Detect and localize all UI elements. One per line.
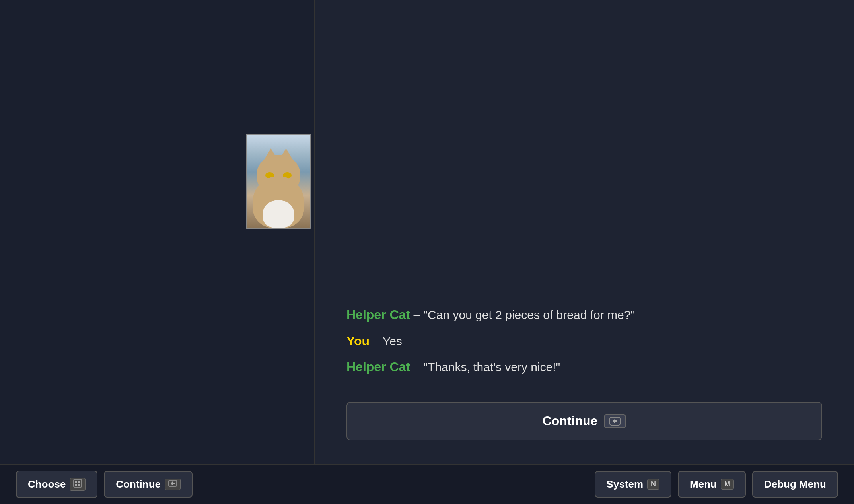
right-panel: Helper Cat – "Can you get 2 pieces of br… xyxy=(314,0,854,464)
dialog-text-1: "Can you get 2 pieces of bread for me?" xyxy=(423,308,635,321)
choose-button[interactable]: Choose xyxy=(16,471,97,498)
dialog-line-3: Helper Cat – "Thanks, that's very nice!" xyxy=(346,356,822,379)
dialog-dash-1: – xyxy=(413,308,423,321)
menu-key-badge: M xyxy=(721,479,734,490)
continue-bottom-label: Continue xyxy=(116,478,161,490)
choose-key-badge xyxy=(70,478,86,491)
dialog-dash-2: – xyxy=(373,335,382,348)
svg-rect-3 xyxy=(78,481,80,483)
svg-rect-5 xyxy=(78,484,80,486)
system-button[interactable]: System N xyxy=(595,471,672,498)
cat-chest xyxy=(263,200,294,228)
continue-button[interactable]: Continue xyxy=(346,402,822,440)
choose-label: Choose xyxy=(28,478,66,490)
dialog-line-1: Helper Cat – "Can you get 2 pieces of br… xyxy=(346,304,822,327)
continue-bottom-key-badge xyxy=(165,479,181,490)
bottom-right-controls: System N Menu M Debug Menu xyxy=(595,471,838,498)
continue-key-badge xyxy=(604,414,626,428)
menu-button[interactable]: Menu M xyxy=(678,471,746,498)
speaker-helper-cat-1: Helper Cat xyxy=(346,307,410,322)
continue-label: Continue xyxy=(543,414,598,428)
speaker-helper-cat-2: Helper Cat xyxy=(346,360,410,374)
system-key-badge: N xyxy=(647,479,659,490)
continue-bottom-button[interactable]: Continue xyxy=(104,471,193,498)
debug-menu-label: Debug Menu xyxy=(764,478,826,490)
svg-rect-1 xyxy=(74,479,82,487)
speaker-you: You xyxy=(346,334,370,348)
menu-label: Menu xyxy=(690,478,717,490)
dialog-area: Helper Cat – "Can you get 2 pieces of br… xyxy=(346,304,822,382)
system-label: System xyxy=(607,478,644,490)
svg-rect-2 xyxy=(75,481,77,483)
dialog-text-2: Yes xyxy=(383,335,402,348)
dialog-line-2: You – Yes xyxy=(346,330,822,353)
bottom-bar: Choose Continue System N Menu M xyxy=(0,464,854,504)
cat-body xyxy=(253,176,304,228)
debug-menu-button[interactable]: Debug Menu xyxy=(752,471,838,498)
dialog-text-3: "Thanks, that's very nice!" xyxy=(423,360,560,374)
cat-illustration xyxy=(247,135,310,228)
cat-image xyxy=(246,134,311,229)
svg-rect-4 xyxy=(75,484,77,486)
left-panel xyxy=(0,0,314,464)
dialog-dash-3: – xyxy=(413,360,423,374)
